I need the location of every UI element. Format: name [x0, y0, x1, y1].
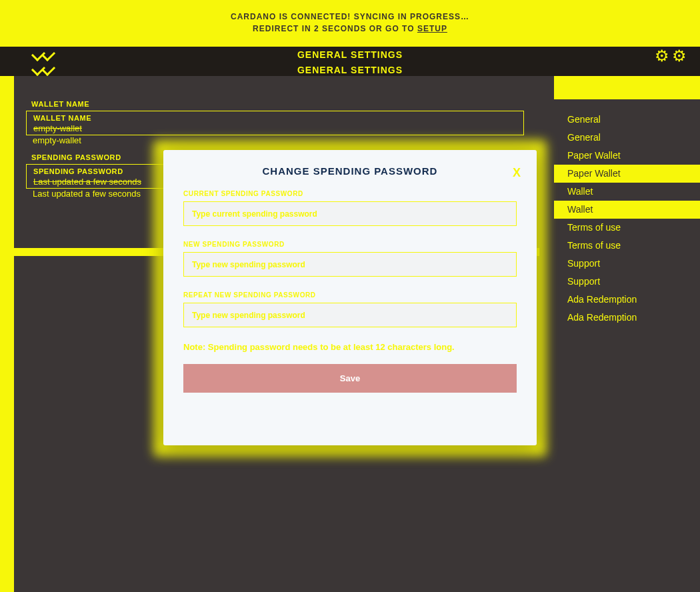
nav-item[interactable]: Support [554, 273, 700, 291]
nav-item[interactable]: General [554, 111, 700, 129]
nav-item[interactable]: Paper Wallet [554, 165, 700, 183]
repeat-password-input[interactable] [183, 303, 517, 327]
new-password-input[interactable] [183, 252, 517, 277]
nav-item[interactable]: Terms of use [554, 219, 700, 237]
new-password-field: NEW SPENDING PASSWORD [183, 241, 517, 277]
modal-title: CHANGE SPENDING PASSWORD [163, 165, 537, 177]
new-password-label: NEW SPENDING PASSWORD [183, 241, 517, 248]
nav-item[interactable]: Paper Wallet [554, 147, 700, 165]
nav-item[interactable]: Wallet [554, 183, 700, 201]
nav-item[interactable]: Terms of use [554, 237, 700, 255]
nav-item[interactable]: Support [554, 255, 700, 273]
close-icon[interactable]: X [509, 165, 525, 181]
current-password-input[interactable] [183, 201, 517, 226]
current-password-label: CURRENT SPENDING PASSWORD [183, 190, 517, 197]
modal-form: CURRENT SPENDING PASSWORD NEW SPENDING P… [163, 190, 537, 393]
repeat-password-field: REPEAT NEW SPENDING PASSWORD [183, 291, 517, 327]
save-button[interactable]: Save [183, 364, 517, 393]
nav-item[interactable]: Wallet [554, 201, 700, 219]
nav-item[interactable]: General [554, 129, 700, 147]
nav-item[interactable]: Ada Redemption [554, 291, 700, 309]
current-password-field: CURRENT SPENDING PASSWORD [183, 190, 517, 226]
change-password-modal: X CHANGE SPENDING PASSWORD CURRENT SPEND… [163, 150, 537, 445]
nav-item[interactable]: Ada Redemption [554, 309, 700, 327]
repeat-password-label: REPEAT NEW SPENDING PASSWORD [183, 291, 517, 299]
password-note: Note: Spending password needs to be at l… [183, 342, 517, 352]
